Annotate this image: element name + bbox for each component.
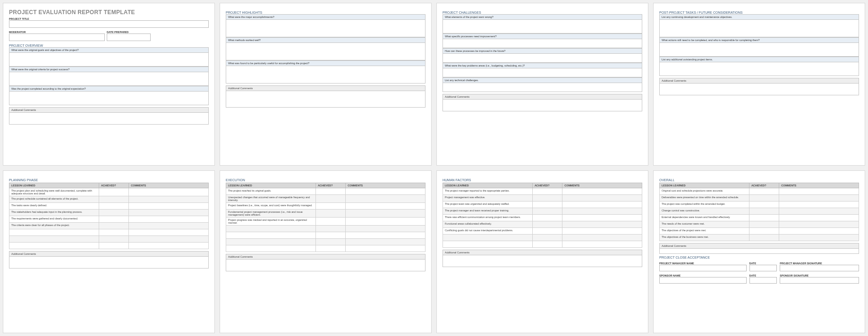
comments-cell[interactable] [562, 241, 642, 248]
achieved-cell[interactable] [315, 188, 345, 195]
overview-q2-input[interactable] [9, 72, 208, 85]
planning-addl-input[interactable] [9, 256, 209, 269]
achieved-cell[interactable] [749, 188, 779, 195]
pp-q2-input[interactable] [660, 43, 859, 56]
hl-addl-input[interactable] [226, 91, 425, 108]
comments-cell[interactable] [562, 215, 642, 221]
comments-cell[interactable] [346, 239, 425, 245]
achieved-cell[interactable] [532, 195, 562, 202]
achieved-cell[interactable] [99, 216, 128, 223]
comments-cell[interactable] [129, 210, 209, 216]
achieved-cell[interactable] [749, 235, 779, 241]
pp-addl-input[interactable] [659, 83, 859, 95]
achieved-cell[interactable] [99, 243, 128, 249]
comments-cell[interactable] [562, 195, 642, 202]
comments-cell[interactable] [346, 218, 425, 226]
achieved-cell[interactable] [315, 195, 345, 203]
ch-q2-input[interactable] [443, 39, 642, 48]
comments-cell[interactable] [779, 221, 859, 228]
comments-cell[interactable] [562, 188, 642, 195]
moderator-input[interactable] [9, 34, 105, 41]
pm-date-input[interactable] [749, 265, 777, 271]
achieved-cell[interactable] [532, 202, 562, 208]
comments-cell[interactable] [129, 203, 209, 210]
achieved-cell[interactable] [749, 208, 779, 215]
comments-cell[interactable] [562, 235, 642, 241]
project-title-input[interactable] [9, 20, 209, 28]
sp-name-input[interactable] [659, 277, 747, 284]
comments-cell[interactable] [779, 228, 859, 235]
comments-cell[interactable] [129, 216, 209, 223]
achieved-cell[interactable] [749, 195, 779, 202]
comments-cell[interactable] [562, 202, 642, 208]
comments-cell[interactable] [346, 232, 425, 239]
achieved-cell[interactable] [99, 196, 128, 203]
comments-cell[interactable] [562, 208, 642, 215]
comments-cell[interactable] [779, 202, 859, 208]
achieved-cell[interactable] [315, 218, 345, 226]
comments-cell[interactable] [562, 221, 642, 228]
achieved-cell[interactable] [532, 188, 562, 195]
comments-cell[interactable] [129, 196, 209, 203]
comments-cell[interactable] [346, 203, 425, 210]
achieved-cell[interactable] [532, 215, 562, 221]
sp-date-input[interactable] [749, 277, 777, 284]
overview-q3-input[interactable] [9, 92, 208, 105]
achieved-cell[interactable] [99, 236, 128, 243]
ch-addl-input[interactable] [443, 99, 642, 111]
ch-q5-input[interactable] [443, 83, 642, 92]
overview-q1-input[interactable] [9, 53, 208, 66]
achieved-cell[interactable] [532, 241, 562, 248]
comments-cell[interactable] [129, 188, 209, 196]
comments-cell[interactable] [779, 195, 859, 202]
comments-cell[interactable] [129, 236, 209, 243]
achieved-cell[interactable] [99, 223, 128, 229]
human-addl-input[interactable] [443, 255, 642, 267]
achieved-cell[interactable] [749, 221, 779, 228]
comments-cell[interactable] [779, 215, 859, 221]
achieved-cell[interactable] [99, 229, 128, 236]
achieved-cell[interactable] [99, 210, 128, 216]
comments-cell[interactable] [779, 235, 859, 241]
achieved-cell[interactable] [315, 210, 345, 218]
comments-cell[interactable] [562, 228, 642, 235]
achieved-cell[interactable] [315, 245, 345, 252]
comments-cell[interactable] [346, 226, 425, 232]
comments-cell[interactable] [346, 245, 425, 252]
achieved-cell[interactable] [749, 215, 779, 221]
achieved-cell[interactable] [99, 188, 128, 196]
comments-cell[interactable] [346, 210, 425, 218]
hl-q3-input[interactable] [226, 66, 425, 83]
achieved-cell[interactable] [749, 228, 779, 235]
comments-cell[interactable] [129, 229, 209, 236]
pp-q1-input[interactable] [660, 20, 859, 37]
comments-cell[interactable] [129, 223, 209, 229]
hl-q2-input[interactable] [226, 43, 425, 60]
achieved-cell[interactable] [315, 232, 345, 239]
achieved-cell[interactable] [315, 239, 345, 245]
hl-q1-input[interactable] [226, 20, 425, 37]
achieved-cell[interactable] [532, 208, 562, 215]
ch-q4-input[interactable] [443, 68, 642, 77]
pp-q3-input[interactable] [660, 62, 859, 76]
comments-cell[interactable] [779, 208, 859, 215]
sp-sig-input[interactable] [780, 277, 859, 284]
date-prepared-input[interactable] [107, 34, 151, 41]
achieved-cell[interactable] [532, 228, 562, 235]
achieved-cell[interactable] [532, 235, 562, 241]
comments-cell[interactable] [346, 188, 425, 195]
achieved-cell[interactable] [315, 226, 345, 232]
pm-sig-input[interactable] [780, 265, 859, 271]
comments-cell[interactable] [346, 195, 425, 203]
ch-q3-input[interactable] [443, 54, 642, 62]
pm-name-input[interactable] [659, 265, 747, 271]
achieved-cell[interactable] [749, 202, 779, 208]
overview-addl-input[interactable] [9, 112, 209, 125]
overall-addl-input[interactable] [659, 248, 859, 254]
ch-q1-input[interactable] [443, 20, 642, 33]
achieved-cell[interactable] [315, 203, 345, 210]
execution-addl-input[interactable] [226, 259, 425, 271]
achieved-cell[interactable] [99, 203, 128, 210]
comments-cell[interactable] [779, 188, 859, 195]
comments-cell[interactable] [129, 243, 209, 249]
